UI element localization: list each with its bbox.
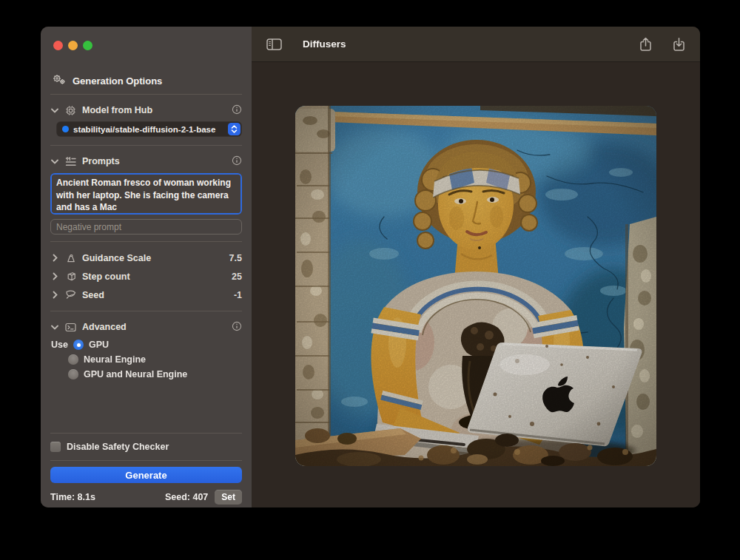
app-window: Generation Options Model from Hub stabil…	[41, 27, 700, 507]
safety-checkbox[interactable]	[50, 442, 61, 452]
chevron-down-icon[interactable]	[50, 159, 59, 164]
steps-icon	[64, 271, 77, 282]
time-status: Time: 8.1s	[50, 492, 95, 502]
seed-status: Seed: 407	[165, 492, 208, 502]
generate-button[interactable]: Generate	[50, 467, 242, 483]
divider	[50, 241, 242, 242]
radio-option-gpu-and-neural-engine[interactable]: GPU and Neural Engine	[50, 367, 242, 382]
sidebar-header: Generation Options	[50, 74, 242, 87]
chevron-right-icon[interactable]	[50, 291, 59, 299]
terminal-icon	[64, 323, 77, 332]
safety-checker-row[interactable]: Disable Safety Checker	[50, 439, 242, 455]
save-icon[interactable]	[673, 37, 685, 52]
divider	[50, 94, 242, 95]
step-count-row[interactable]: Step count 25	[50, 267, 242, 286]
safety-checkbox-label: Disable Safety Checker	[67, 442, 169, 452]
chevron-right-icon[interactable]	[50, 272, 59, 280]
prompts-section-label: Prompts	[82, 156, 120, 166]
use-label: Use	[50, 340, 68, 350]
minimize-button[interactable]	[68, 41, 78, 50]
model-dropdown-value: stabilityai/stable-diffusion-2-1-base	[73, 125, 223, 134]
radio-option-gpu[interactable]: Use GPU	[50, 337, 242, 352]
info-icon[interactable]	[232, 155, 242, 168]
traffic-lights	[50, 27, 242, 50]
divider	[50, 145, 242, 146]
window-title: Diffusers	[303, 38, 346, 50]
set-seed-button[interactable]: Set	[215, 490, 242, 505]
info-icon[interactable]	[232, 321, 242, 334]
step-count-label: Step count	[82, 271, 130, 282]
sidebar-toggle-icon[interactable]	[266, 38, 282, 50]
radio-option-neural-engine[interactable]: Neural Engine	[50, 352, 242, 367]
guidance-scale-value: 7.5	[229, 253, 242, 263]
gears-icon	[52, 74, 66, 87]
text-quote-icon	[64, 157, 77, 166]
main-panel: Diffusers	[252, 27, 700, 507]
radio-selected[interactable]	[73, 340, 84, 350]
guidance-scale-label: Guidance Scale	[82, 253, 151, 263]
divider	[50, 460, 242, 461]
close-button[interactable]	[53, 41, 63, 50]
model-section-label: Model from Hub	[82, 105, 152, 115]
sidebar-title: Generation Options	[73, 75, 162, 87]
model-status-dot	[62, 126, 69, 132]
guidance-scale-row[interactable]: Guidance Scale 7.5	[50, 249, 242, 267]
prompt-input[interactable]: Ancient Roman fresco of woman working wi…	[50, 173, 242, 215]
updown-chevrons-icon[interactable]	[228, 123, 240, 135]
compute-unit-group: Use GPU Neural Engine GPU and Neural Eng…	[50, 337, 242, 382]
advanced-section-label: Advanced	[82, 322, 127, 332]
share-icon[interactable]	[639, 37, 652, 52]
model-dropdown[interactable]: stabilityai/stable-diffusion-2-1-base	[56, 121, 242, 137]
seed-row[interactable]: Seed -1	[50, 286, 242, 304]
prompts-section-row[interactable]: Prompts	[50, 152, 242, 170]
advanced-section-row[interactable]: Advanced	[50, 318, 242, 336]
radio-label: Neural Engine	[84, 354, 146, 365]
chevron-down-icon[interactable]	[50, 325, 59, 330]
divider	[50, 433, 242, 434]
chevron-down-icon[interactable]	[50, 108, 59, 113]
seed-label: Seed	[82, 290, 104, 300]
cpu-icon	[64, 105, 77, 116]
info-icon[interactable]	[232, 104, 242, 117]
radio-label: GPU	[89, 340, 109, 350]
step-count-value: 25	[232, 271, 242, 282]
model-section-row[interactable]: Model from Hub	[50, 101, 242, 119]
image-canvas	[252, 62, 700, 507]
status-bar: Time: 8.1s Seed: 407 Set	[50, 490, 242, 507]
radio-unselected[interactable]	[68, 369, 78, 379]
generated-image[interactable]	[295, 106, 656, 466]
divider	[50, 311, 242, 311]
negative-prompt-input[interactable]	[50, 219, 242, 235]
chevron-right-icon[interactable]	[50, 254, 59, 262]
zoom-button[interactable]	[83, 41, 92, 50]
titlebar: Diffusers	[252, 27, 700, 62]
scale-icon	[64, 253, 77, 263]
leaf-icon	[64, 290, 77, 300]
sidebar: Generation Options Model from Hub stabil…	[41, 27, 252, 507]
radio-unselected[interactable]	[68, 354, 78, 365]
seed-value: -1	[234, 290, 242, 300]
radio-label: GPU and Neural Engine	[84, 369, 187, 379]
